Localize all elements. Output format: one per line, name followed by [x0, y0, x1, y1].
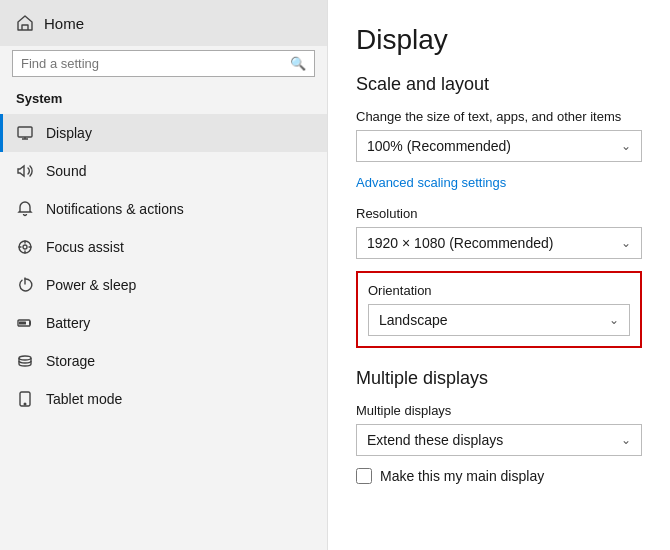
sidebar: Home 🔍 System Display Sound — [0, 0, 328, 550]
orientation-label: Orientation — [368, 283, 630, 298]
orientation-box: Orientation Landscape ⌄ — [356, 271, 642, 348]
sidebar-home[interactable]: Home — [0, 0, 327, 46]
sound-label: Sound — [46, 163, 86, 179]
resolution-label: Resolution — [356, 206, 642, 221]
tablet-icon — [16, 390, 34, 408]
main-display-checkbox[interactable] — [356, 468, 372, 484]
tablet-label: Tablet mode — [46, 391, 122, 407]
sidebar-item-notifications[interactable]: Notifications & actions — [0, 190, 327, 228]
battery-label: Battery — [46, 315, 90, 331]
home-label: Home — [44, 15, 84, 32]
svg-point-7 — [24, 403, 26, 405]
multiple-value: Extend these displays — [367, 432, 503, 448]
display-label: Display — [46, 125, 92, 141]
notifications-icon — [16, 200, 34, 218]
storage-icon — [16, 352, 34, 370]
orientation-dropdown[interactable]: Landscape ⌄ — [368, 304, 630, 336]
resolution-dropdown[interactable]: 1920 × 1080 (Recommended) ⌄ — [356, 227, 642, 259]
main-display-row[interactable]: Make this my main display — [356, 468, 642, 484]
scale-chevron-icon: ⌄ — [621, 139, 631, 153]
multiple-chevron-icon: ⌄ — [621, 433, 631, 447]
sidebar-item-battery[interactable]: Battery — [0, 304, 327, 342]
main-display-label: Make this my main display — [380, 468, 544, 484]
sidebar-item-focus[interactable]: Focus assist — [0, 228, 327, 266]
sidebar-item-power[interactable]: Power & sleep — [0, 266, 327, 304]
resolution-value: 1920 × 1080 (Recommended) — [367, 235, 553, 251]
svg-point-5 — [19, 356, 31, 360]
focus-icon — [16, 238, 34, 256]
power-icon — [16, 276, 34, 294]
battery-icon — [16, 314, 34, 332]
sidebar-item-storage[interactable]: Storage — [0, 342, 327, 380]
search-box[interactable]: 🔍 — [12, 50, 315, 77]
sidebar-item-display[interactable]: Display — [0, 114, 327, 152]
multiple-dropdown[interactable]: Extend these displays ⌄ — [356, 424, 642, 456]
sidebar-item-tablet[interactable]: Tablet mode — [0, 380, 327, 418]
scale-value: 100% (Recommended) — [367, 138, 511, 154]
svg-point-2 — [23, 245, 27, 249]
page-title: Display — [356, 24, 642, 56]
multiple-label: Multiple displays — [356, 403, 642, 418]
search-input[interactable] — [21, 56, 284, 71]
svg-rect-4 — [19, 322, 26, 325]
advanced-scaling-link[interactable]: Advanced scaling settings — [356, 175, 506, 190]
orientation-chevron-icon: ⌄ — [609, 313, 619, 327]
scale-label: Change the size of text, apps, and other… — [356, 109, 642, 124]
storage-label: Storage — [46, 353, 95, 369]
sidebar-item-sound[interactable]: Sound — [0, 152, 327, 190]
search-icon: 🔍 — [290, 56, 306, 71]
section-title: System — [0, 87, 327, 114]
notifications-label: Notifications & actions — [46, 201, 184, 217]
multiple-displays-section: Multiple displays Multiple displays Exte… — [356, 368, 642, 484]
orientation-value: Landscape — [379, 312, 448, 328]
multiple-section-title: Multiple displays — [356, 368, 642, 389]
focus-label: Focus assist — [46, 239, 124, 255]
home-icon — [16, 14, 34, 32]
resolution-chevron-icon: ⌄ — [621, 236, 631, 250]
main-content: Display Scale and layout Change the size… — [328, 0, 670, 550]
scale-dropdown[interactable]: 100% (Recommended) ⌄ — [356, 130, 642, 162]
power-label: Power & sleep — [46, 277, 136, 293]
scale-section-title: Scale and layout — [356, 74, 642, 95]
display-icon — [16, 124, 34, 142]
svg-rect-0 — [18, 127, 32, 137]
sound-icon — [16, 162, 34, 180]
